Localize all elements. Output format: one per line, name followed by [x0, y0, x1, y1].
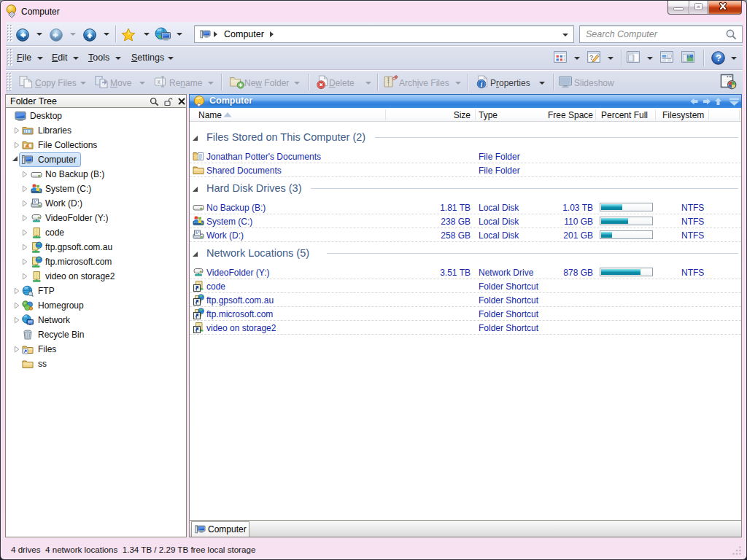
svg-text:?: ? [716, 53, 721, 63]
svg-text:i: i [481, 81, 483, 88]
